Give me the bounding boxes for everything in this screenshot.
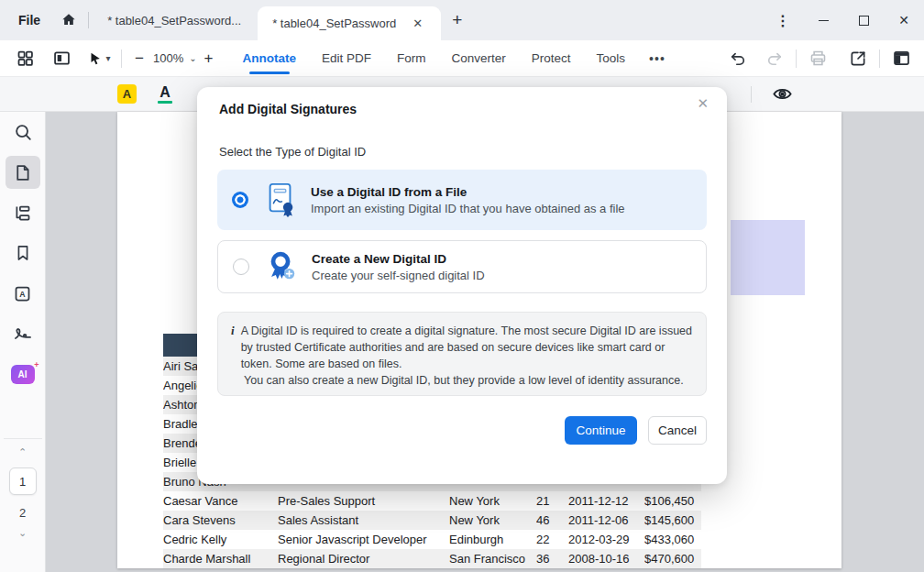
table-cell: $433,060 xyxy=(644,533,701,546)
svg-text:A: A xyxy=(19,290,26,299)
zoom-level-value[interactable]: 100% xyxy=(153,51,183,65)
option-description: Import an existing Digital ID that you h… xyxy=(311,201,625,217)
grid-view-icon[interactable] xyxy=(11,45,38,72)
table-cell: New York xyxy=(449,513,536,527)
option-create-new-digital-id[interactable]: Create a New Digital ID Create your self… xyxy=(217,240,707,293)
overflow-menu-icon[interactable]: ⋮ xyxy=(763,0,803,40)
highlight-tool-icon[interactable]: A xyxy=(117,84,137,104)
dialog-close-icon[interactable]: ✕ xyxy=(693,94,712,114)
minimize-button[interactable] xyxy=(803,0,843,40)
titlebar-divider xyxy=(88,12,89,28)
maximize-button[interactable] xyxy=(843,0,884,40)
outline-tree-icon[interactable] xyxy=(6,196,40,229)
table-cell: Edinburgh xyxy=(449,533,536,546)
new-tab-button[interactable]: + xyxy=(441,10,473,30)
panel-toggle-icon[interactable] xyxy=(48,45,75,72)
current-page-indicator[interactable]: 1 xyxy=(9,468,37,495)
tab-label: * table04_SetPassword... xyxy=(107,14,241,28)
info-text-secondary: You can also create a new Digital ID, bu… xyxy=(231,372,693,389)
print-icon[interactable] xyxy=(804,45,831,72)
table-cell: $106,450 xyxy=(644,494,701,508)
table-cell: Pre-Sales Support xyxy=(278,494,449,508)
digital-id-info-box: i A Digital ID is required to create a d… xyxy=(217,312,707,396)
table-cell: 2008-10-16 xyxy=(568,552,644,566)
more-tools-icon[interactable]: ••• xyxy=(649,51,666,66)
zoom-in-button[interactable]: + xyxy=(199,50,219,68)
table-cell: Cara Stevens xyxy=(163,513,278,527)
menu-tab-edit-pdf[interactable]: Edit PDF xyxy=(322,40,371,77)
info-icon: i xyxy=(231,323,235,372)
table-cell: $145,600 xyxy=(644,513,701,527)
table-cell: 2012-03-29 xyxy=(568,533,644,546)
page-up-icon[interactable]: ⌃ xyxy=(18,446,27,458)
table-cell: $470,600 xyxy=(644,552,701,566)
page-2-indicator[interactable]: 2 xyxy=(19,506,26,520)
eye-preview-icon[interactable] xyxy=(768,81,796,108)
info-text-primary: A Digital ID is required to create a dig… xyxy=(241,323,693,372)
continue-button[interactable]: Continue xyxy=(565,416,637,445)
ai-assistant-icon[interactable]: AI+ xyxy=(6,358,40,390)
page-navigator: ⌃ 1 2 ⌄ xyxy=(9,439,37,539)
menu-tab-tools[interactable]: Tools xyxy=(597,40,626,77)
subtoolbar-right xyxy=(751,81,924,108)
window-controls: ⋮ ✕ xyxy=(763,0,924,40)
cancel-button[interactable]: Cancel xyxy=(648,416,707,445)
new-digital-id-icon xyxy=(264,248,299,285)
main-toolbar: ▾ − 100% ⌄ + Annotate Edit PDF Form Conv… xyxy=(0,40,924,77)
page-down-icon[interactable]: ⌄ xyxy=(18,527,27,539)
table-cell: Caesar Vance xyxy=(163,494,278,508)
tab-inactive-document[interactable]: * table04_SetPassword... xyxy=(93,0,258,40)
signature-icon[interactable] xyxy=(6,317,40,350)
table-row: Charde MarshallRegional DirectorSan Fran… xyxy=(163,549,701,568)
menu-tab-form[interactable]: Form xyxy=(397,40,426,77)
redo-icon[interactable] xyxy=(761,45,788,72)
close-window-button[interactable]: ✕ xyxy=(884,0,924,40)
table-cell: Cedric Kelly xyxy=(163,533,278,546)
table-cell: Charde Marshall xyxy=(163,552,278,566)
highlight-annotation-rect[interactable] xyxy=(731,220,805,295)
table-cell: 22 xyxy=(536,533,568,546)
tab-active-document[interactable]: * table04_SetPassword ✕ xyxy=(258,6,441,40)
annotations-list-icon[interactable]: A xyxy=(6,277,40,310)
search-icon[interactable] xyxy=(6,116,40,148)
subtoolbar-divider xyxy=(751,86,752,103)
export-share-icon[interactable] xyxy=(844,45,872,72)
menu-tab-protect[interactable]: Protect xyxy=(532,40,571,77)
zoom-dropdown-icon[interactable]: ⌄ xyxy=(189,53,196,63)
table-cell: 46 xyxy=(536,513,568,527)
bookmark-icon[interactable] xyxy=(6,236,40,270)
file-menu[interactable]: File xyxy=(0,13,53,28)
table-cell: 2011-12-12 xyxy=(568,494,644,508)
table-cell: 2011-12-06 xyxy=(568,513,644,527)
certificate-file-icon xyxy=(263,182,298,218)
cursor-dropdown-icon[interactable]: ▾ xyxy=(105,53,110,63)
table-row: Cara StevensSales AssistantNew York46201… xyxy=(163,511,701,530)
home-icon[interactable] xyxy=(53,6,84,34)
option-digital-id-from-file[interactable]: Use a Digital ID from a File Import an e… xyxy=(217,170,707,230)
underline-tool-icon[interactable]: A xyxy=(155,84,175,104)
page-thumbnails-icon[interactable] xyxy=(6,156,40,189)
app-window: File * table04_SetPassword... * table04_… xyxy=(0,0,924,572)
radio-selected-icon[interactable] xyxy=(232,192,248,208)
select-cursor-icon[interactable]: ▾ xyxy=(86,45,114,72)
table-cell: Sales Assistant xyxy=(278,513,449,527)
close-tab-icon[interactable]: ✕ xyxy=(409,15,426,32)
option-title: Use a Digital ID from a File xyxy=(311,183,625,201)
menu-tab-converter[interactable]: Converter xyxy=(452,40,506,77)
toolbar-divider xyxy=(796,50,797,68)
titlebar: File * table04_SetPassword... * table04_… xyxy=(0,0,924,40)
radio-unselected-icon[interactable] xyxy=(233,258,249,275)
table-cell: New York xyxy=(449,494,536,508)
menu-tab-annotate[interactable]: Annotate xyxy=(243,40,297,77)
reading-layout-icon[interactable] xyxy=(887,45,915,72)
toolbar-divider xyxy=(879,50,880,68)
table-row: Cedric KellySenior Javascript DeveloperE… xyxy=(163,530,701,549)
undo-icon[interactable] xyxy=(724,45,752,72)
add-digital-signatures-dialog: Add Digital Signatures ✕ Select the Type… xyxy=(197,87,727,484)
dialog-title: Add Digital Signatures xyxy=(219,102,357,116)
dialog-buttons: Continue Cancel xyxy=(565,416,707,445)
zoom-out-button[interactable]: − xyxy=(129,50,149,68)
table-cell: 21 xyxy=(536,494,568,508)
table-cell: Senior Javascript Developer xyxy=(278,533,449,546)
table-cell: San Francisco xyxy=(449,552,536,566)
